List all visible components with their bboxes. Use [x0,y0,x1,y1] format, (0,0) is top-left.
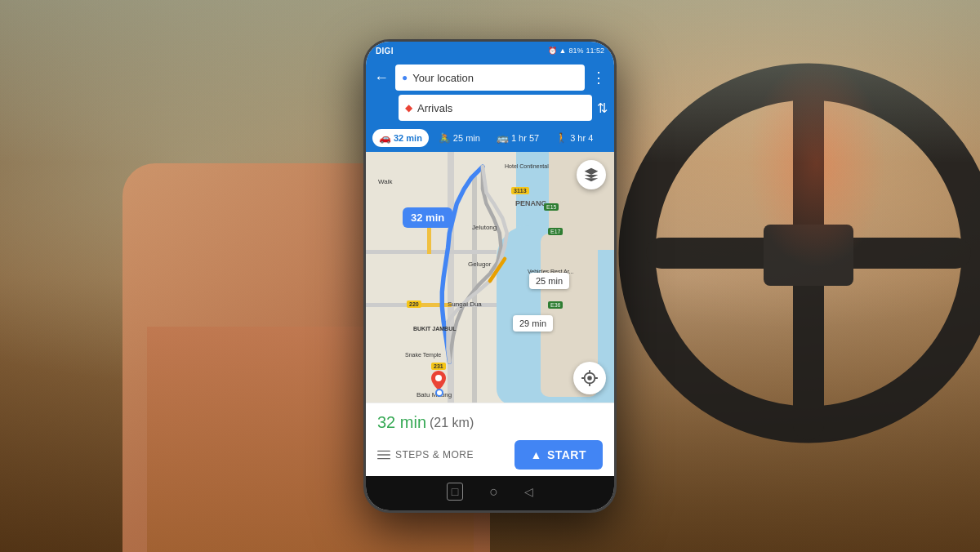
bike-icon: 🚴 [439,132,451,144]
steps-label: STEPS & MORE [395,449,474,461]
map-label-walk: Walk [378,178,392,185]
bike-time: 25 min [453,133,480,143]
location-button[interactable] [573,362,606,394]
route-svg [366,152,614,403]
start-label: START [547,448,586,461]
svg-rect-8 [377,454,390,455]
walk-time: 3 hr 4 [570,133,593,143]
destination-icon: ◆ [405,102,412,114]
road-badge-e15: E15 [544,203,559,211]
map-label-jelutong: Jelutong [472,224,497,231]
drive-time: 32 min [394,133,422,143]
road-badge-e36: E36 [548,301,563,309]
status-bar: DIGI ⏰ ▲ 81% 11:52 [366,42,614,60]
road-badge-e17: E17 [548,228,563,235]
start-icon: ▲ [531,448,542,461]
trip-distance: (21 km) [430,416,474,430]
map-label-snake: Snake Temple [405,352,441,358]
origin-input[interactable]: Your location [412,72,578,84]
time-text: 11:52 [586,47,604,55]
drive-icon: 🚗 [379,132,391,144]
transport-walk[interactable]: 🚶 3 hr 4 [549,129,599,147]
more-button[interactable]: ⋮ [590,67,608,88]
alarm-icon: ⏰ [548,47,557,55]
origin-dot [435,389,443,397]
walk-icon: 🚶 [555,132,568,144]
phone-device: DIGI ⏰ ▲ 81% 11:52 ← ● Your location [363,39,617,513]
svg-point-4 [435,375,442,381]
transit-time: 1 hr 57 [511,133,539,143]
phone-screen: DIGI ⏰ ▲ 81% 11:52 ← ● Your location [366,42,614,510]
bottom-panel: 32 min (21 km) STEPS & MORE ▲ ST [366,403,614,476]
transit-icon: 🚌 [497,132,509,144]
svg-point-5 [587,376,592,381]
transport-transit[interactable]: 🚌 1 hr 57 [490,129,546,147]
map-label-gelugor: Gelugor [468,260,491,268]
origin-input-wrapper[interactable]: ● Your location [395,65,585,91]
map-label-penang: PENANG [515,199,547,207]
brake-glow [735,41,898,286]
signal-icon: ▲ [559,47,567,55]
phone-nav-bar: □ ○ ◁ [366,476,614,510]
svg-rect-7 [377,451,390,452]
transport-bike[interactable]: 🚴 25 min [432,129,487,147]
status-icons: ⏰ ▲ 81% 11:52 [548,47,604,55]
destination-input-wrapper[interactable]: ◆ Arrivals [399,95,592,121]
map-label-sungai: Sungai Dua [448,300,482,308]
phone-wrapper: DIGI ⏰ ▲ 81% 11:52 ← ● Your location [363,39,617,513]
nav-header: ← ● Your location ⋮ ◆ Arrivals ⇅ [366,60,614,126]
origin-row: ← ● Your location ⋮ [372,65,608,91]
route-time-main: 32 min [403,207,452,228]
map-area[interactable]: Jelutong Gelugor Sungai Dua PENANG Hotel… [366,152,614,403]
start-button[interactable]: ▲ START [514,440,603,470]
bottom-stats: 32 min (21 km) [377,413,603,432]
back-button[interactable]: ← [372,68,390,88]
swap-button[interactable]: ⇅ [597,100,608,116]
road-badge-231: 231 [431,363,446,370]
back-nav-button[interactable]: ◁ [524,485,533,498]
steps-more-button[interactable]: STEPS & MORE [377,448,474,461]
origin-icon: ● [402,72,408,83]
route-time-alt1: 25 min [529,273,569,289]
battery-text: 81% [568,47,583,55]
trip-duration: 32 min [377,413,426,432]
road-badge-220: 220 [407,300,421,308]
carrier-text: DIGI [376,47,394,56]
road-badge-3113: 3113 [511,187,529,194]
bottom-actions: STEPS & MORE ▲ START [377,440,603,470]
map-label-bukit: BUKIT JAMBUL [413,326,457,332]
route-time-alt2: 29 min [513,315,553,332]
menu-icon [377,448,390,461]
map-label-hotel: Hotel Continental [505,163,549,169]
recent-apps-button[interactable]: □ [447,483,463,501]
transport-drive[interactable]: 🚗 32 min [372,129,429,147]
destination-input[interactable]: Arrivals [417,102,586,114]
destination-row: ◆ Arrivals ⇅ [372,95,608,121]
home-button[interactable]: ○ [489,483,498,501]
layers-button[interactable] [577,160,606,189]
svg-rect-9 [377,458,390,459]
transport-bar: 🚗 32 min 🚴 25 min 🚌 1 hr 57 🚶 3 hr 4 [366,126,614,152]
